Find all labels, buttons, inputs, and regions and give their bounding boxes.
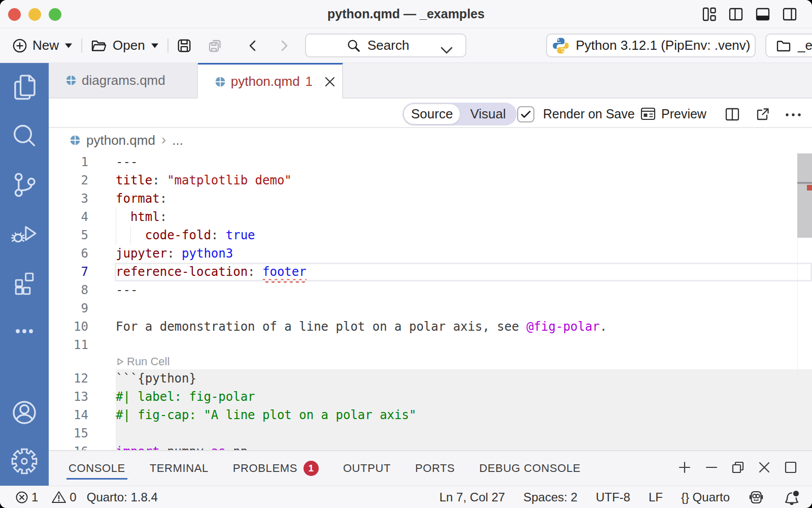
tab-python.qmd[interactable]: python.qmd1: [198, 63, 343, 99]
overview-error-mark: [807, 185, 812, 190]
breadcrumb-file[interactable]: python.qmd: [86, 133, 155, 148]
line-number: 7: [49, 263, 88, 281]
interpreter-selector[interactable]: Python 3.12.1 (PipEnv: .venv): [546, 34, 756, 57]
overview-cursor-mark: [797, 182, 812, 184]
run-cell-label: Run Cell: [127, 354, 170, 369]
render-on-save-checkbox[interactable]: [517, 106, 534, 122]
customize-layout-button[interactable]: [702, 7, 716, 21]
panel-tab-problems[interactable]: PROBLEMS1: [233, 451, 319, 486]
panel-action-maximize-panel-icon[interactable]: [731, 460, 745, 477]
panel-tab-terminal[interactable]: TERMINAL: [150, 451, 209, 486]
code-line-9: 9: [49, 299, 812, 318]
activity-bar-item-source-control[interactable]: [0, 161, 49, 209]
panel-tab-label: TERMINAL: [150, 462, 209, 475]
minimize-icon: [704, 460, 719, 474]
line-number: 16: [49, 442, 88, 450]
top-action-bar: NewOpenSearchPython 3.12.1 (PipEnv: .ven…: [0, 28, 812, 63]
source-visual-toggle: SourceVisual: [402, 103, 517, 125]
preview-label: Preview: [661, 107, 706, 121]
scrollbar-slider[interactable]: [797, 153, 812, 238]
open-label: Open: [113, 38, 145, 53]
close-tab-button[interactable]: [323, 75, 336, 88]
activity-bar-item-run-debug[interactable]: [0, 209, 49, 258]
panel-tab-label: DEBUG CONSOLE: [479, 462, 581, 475]
panel-tab-output[interactable]: OUTPUT: [343, 451, 391, 486]
indentation-status[interactable]: Spaces: 2: [523, 490, 578, 504]
quarto-file-icon: [66, 75, 76, 85]
search-box[interactable]: Search: [305, 34, 466, 57]
workspace-button[interactable]: _ex: [765, 34, 812, 57]
cursor-position-status[interactable]: Ln 7, Col 27: [439, 490, 505, 504]
split-editor-icon: [724, 106, 740, 122]
customize-layout-icon: [702, 7, 716, 21]
problems-badge: 1: [303, 461, 319, 476]
editor-more-actions-button[interactable]: [785, 107, 801, 125]
status-left: 10Quarto: 1.8.4: [0, 490, 158, 504]
activity-bar-item-explorer[interactable]: [0, 63, 49, 112]
dropdown-caret-icon: [64, 43, 73, 49]
panel-action-add-icon[interactable]: [677, 460, 692, 477]
save-all-button[interactable]: [207, 38, 223, 54]
assistant-status[interactable]: [748, 490, 764, 505]
panel-action-close-icon[interactable]: [757, 460, 771, 477]
dropdown-caret-icon: [150, 43, 159, 49]
open-external-button[interactable]: [755, 106, 771, 124]
line-number: 3: [49, 189, 88, 208]
quarto-version-status[interactable]: Quarto: 1.8.4: [87, 490, 158, 504]
tab-diagrams.qmd[interactable]: diagrams.qmd: [49, 63, 198, 98]
code-editor[interactable]: 1---2title: "matplotlib demo"3format:4 h…: [49, 152, 812, 450]
eol-status[interactable]: LF: [649, 490, 663, 504]
search-icon: [346, 38, 361, 53]
run-cell-lens[interactable]: Run Cell: [116, 354, 170, 369]
indent-guide: [130, 226, 131, 244]
extensions-icon: [11, 269, 38, 296]
current-line-highlight: [115, 263, 812, 281]
source-mode-button[interactable]: Source: [403, 104, 460, 124]
split-editor-layout-icon: [729, 7, 743, 21]
breadcrumb-separator: ›: [161, 132, 166, 148]
eol: LF: [649, 490, 663, 504]
search-placeholder: Search: [367, 38, 409, 53]
save-all-icon: [207, 38, 223, 54]
line-number: 10: [49, 318, 88, 336]
open-button[interactable]: Open: [90, 38, 159, 53]
save-button[interactable]: [177, 38, 192, 53]
activity-bar-item-search[interactable]: [0, 112, 49, 161]
panel-tab-ports[interactable]: PORTS: [415, 451, 455, 486]
panel-action-minimize-icon[interactable]: [704, 460, 719, 477]
chevron-down-icon: [440, 46, 453, 54]
split-editor-layout-button[interactable]: [729, 7, 743, 21]
panel-tab-console[interactable]: CONSOLE: [69, 451, 125, 486]
panel-tab-label: OUTPUT: [343, 462, 391, 475]
activity-bar-item-settings[interactable]: [0, 437, 49, 486]
tab-label: python.qmd: [231, 74, 300, 89]
panel-layout-button[interactable]: [756, 7, 770, 21]
open-external-icon: [755, 106, 771, 122]
panel-placeholder-icon: [784, 460, 798, 474]
back-button[interactable]: [247, 38, 259, 53]
panel-tabs: CONSOLETERMINALPROBLEMS1OUTPUTPORTSDEBUG…: [49, 451, 605, 486]
activity-bar-item-more[interactable]: [0, 307, 49, 356]
secondary-sidebar-layout-button[interactable]: [783, 7, 797, 21]
line-col: Ln 7, Col 27: [439, 490, 505, 504]
encoding-status[interactable]: UTF-8: [596, 490, 630, 504]
preview-button[interactable]: Preview: [640, 106, 706, 122]
panel-action-panel-placeholder-icon[interactable]: [784, 460, 798, 477]
breadcrumb-symbol[interactable]: ...: [172, 133, 183, 148]
forward-button[interactable]: [278, 38, 290, 53]
problems-status[interactable]: 10: [15, 490, 77, 504]
language-mode-status[interactable]: {} Quarto: [681, 490, 730, 504]
code-line-10: 10For a demonstration of a line plot on …: [49, 318, 812, 336]
new-button[interactable]: New: [12, 38, 73, 53]
notifications-status[interactable]: [783, 489, 800, 505]
split-editor-button[interactable]: [724, 106, 740, 124]
indent-guide: [116, 226, 116, 244]
code-line-4: 4 html:: [49, 208, 812, 226]
code-line-14: 14#| fig-cap: "A line plot on a polar ax…: [49, 406, 812, 424]
visual-mode-button[interactable]: Visual: [460, 104, 515, 124]
code-line-1: 1---: [49, 153, 812, 171]
activity-bar-item-extensions[interactable]: [0, 258, 49, 307]
search-dropdown[interactable]: [440, 42, 453, 58]
activity-bar-item-account[interactable]: [0, 388, 49, 437]
panel-tab-debug-console[interactable]: DEBUG CONSOLE: [479, 451, 581, 486]
